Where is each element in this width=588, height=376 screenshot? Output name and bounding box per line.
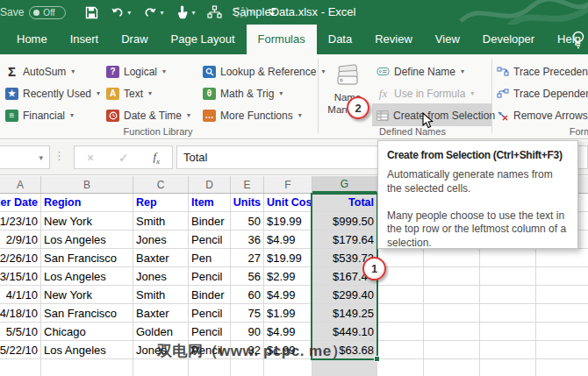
tab-developer[interactable]: Developer — [471, 25, 546, 54]
cell[interactable]: 2/9/10 — [0, 231, 41, 248]
cell[interactable]: Pencil — [189, 323, 231, 340]
cell[interactable]: 27 — [231, 249, 264, 266]
diagram-button[interactable] — [207, 5, 222, 19]
cell[interactable] — [377, 323, 424, 340]
cell[interactable] — [480, 359, 536, 376]
tab-review[interactable]: Review — [363, 25, 424, 54]
tab-formulas[interactable]: Formulas — [247, 25, 317, 54]
cancel-entry-icon[interactable]: × — [87, 151, 94, 165]
cell[interactable] — [424, 359, 480, 376]
column-header-B[interactable]: B — [41, 176, 133, 193]
autosum-button[interactable]: Σ AutoSum▾ — [5, 61, 75, 82]
cell[interactable]: 90 — [231, 323, 264, 340]
cell[interactable]: San Francisco — [41, 249, 133, 266]
cell[interactable]: $4.99 — [264, 323, 312, 340]
name-manager-button[interactable]: Name Manager — [322, 58, 373, 135]
cell[interactable]: Binder — [189, 212, 231, 230]
cell[interactable]: Unit Cost — [264, 194, 312, 211]
cell[interactable]: 5/22/10 — [0, 341, 41, 358]
cell[interactable]: Jones — [133, 267, 189, 285]
formula-bar-drag-handle[interactable]: ⋮ — [54, 149, 63, 162]
cell[interactable]: San Francisco — [41, 304, 133, 322]
cell[interactable]: Region — [41, 194, 133, 211]
recently-used-button[interactable]: ★ Recently Used▾ — [5, 83, 100, 103]
autosave-toggle[interactable]: Off — [29, 6, 66, 19]
cell[interactable]: 60 — [231, 286, 264, 303]
logical-button[interactable]: ? Logical▾ — [106, 61, 166, 82]
cell[interactable]: 4/18/10 — [0, 304, 41, 322]
cell[interactable] — [536, 323, 588, 340]
cell[interactable]: 5/5/10 — [0, 323, 41, 340]
cell[interactable]: 36 — [231, 231, 264, 248]
cell[interactable]: $19.99 — [264, 212, 312, 230]
cell[interactable] — [536, 304, 588, 322]
column-header-D[interactable]: D — [189, 176, 231, 193]
cell[interactable]: Units — [231, 194, 264, 211]
cell[interactable]: Los Angeles — [41, 341, 133, 358]
cell[interactable]: Jones — [133, 231, 189, 248]
cell[interactable]: Los Angeles — [41, 267, 133, 285]
cell[interactable]: Chicago — [41, 323, 133, 340]
cell[interactable] — [480, 249, 536, 266]
cell[interactable]: Binder — [189, 286, 231, 303]
more-functions-button[interactable]: … More Functions▾ — [203, 105, 302, 125]
column-header-C[interactable]: C — [133, 176, 189, 193]
cell[interactable]: $449.10 — [312, 323, 377, 340]
cell[interactable]: Item — [189, 194, 231, 211]
cell[interactable]: Baxter — [133, 304, 189, 322]
cell[interactable] — [312, 359, 377, 376]
tab-page-layout[interactable]: Page Layout — [160, 25, 247, 54]
cell[interactable] — [377, 304, 424, 322]
trace-dependents-button[interactable]: Trace Dependents — [497, 83, 588, 103]
redo-button[interactable]: ▾ — [143, 6, 163, 18]
cell[interactable]: 56 — [231, 267, 264, 285]
touch-mode-caret-icon[interactable]: ▾ — [191, 9, 195, 17]
cell[interactable]: Los Angeles — [41, 231, 133, 248]
cell[interactable]: $1.99 — [264, 304, 312, 322]
cell[interactable]: $4.99 — [264, 231, 312, 248]
column-header-E[interactable]: E — [231, 176, 264, 193]
cell[interactable]: Rep — [133, 194, 189, 211]
cell[interactable] — [424, 249, 480, 266]
date-time-button[interactable]: Date & Time▾ — [106, 105, 190, 125]
column-header-A[interactable]: A — [0, 176, 41, 193]
touch-mode-button[interactable]: ▾ — [176, 5, 195, 20]
cell[interactable]: $2.99 — [264, 267, 312, 285]
create-from-selection-button[interactable]: Create from Selection — [376, 105, 495, 125]
cell[interactable]: Smith — [133, 212, 189, 230]
cell[interactable] — [377, 359, 424, 376]
remove-arrows-button[interactable]: Remove Arrows — [497, 105, 588, 125]
cell[interactable]: Pen — [189, 249, 231, 266]
cell[interactable]: $149.25 — [312, 304, 377, 322]
cell[interactable]: 2/26/10 — [0, 249, 41, 266]
cell[interactable] — [480, 341, 536, 358]
cell[interactable] — [536, 341, 588, 358]
trace-precedents-button[interactable]: Trace Precedents — [497, 61, 588, 82]
cell[interactable]: $179.64 — [312, 231, 377, 248]
cell[interactable]: $4.99 — [264, 286, 312, 303]
text-button[interactable]: A Text▾ — [106, 83, 152, 103]
cell[interactable] — [424, 267, 480, 285]
tab-insert[interactable]: Insert — [59, 25, 111, 54]
cell[interactable]: Pencil — [189, 267, 231, 285]
cell[interactable] — [133, 359, 189, 376]
cell[interactable] — [424, 304, 480, 322]
cell[interactable] — [480, 267, 536, 285]
cell[interactable] — [0, 359, 41, 376]
cell[interactable] — [480, 323, 536, 340]
cell[interactable] — [41, 359, 133, 376]
cell[interactable]: Smith — [133, 286, 189, 303]
tab-home[interactable]: Home — [5, 25, 59, 54]
redo-caret-icon[interactable]: ▾ — [160, 9, 163, 17]
cell[interactable] — [424, 341, 480, 358]
cell[interactable]: $999.50 — [312, 212, 377, 230]
cell[interactable]: 4/1/10 — [0, 286, 41, 303]
cell[interactable]: $299.40 — [312, 286, 377, 303]
cell[interactable] — [424, 286, 480, 303]
name-box-caret-icon[interactable]: ▾ — [39, 153, 43, 162]
cell[interactable]: Pencil — [189, 304, 231, 322]
undo-button[interactable]: ▾ — [111, 6, 131, 18]
tab-data[interactable]: Data — [317, 25, 363, 54]
cell[interactable] — [536, 267, 588, 285]
cell[interactable] — [377, 286, 424, 303]
